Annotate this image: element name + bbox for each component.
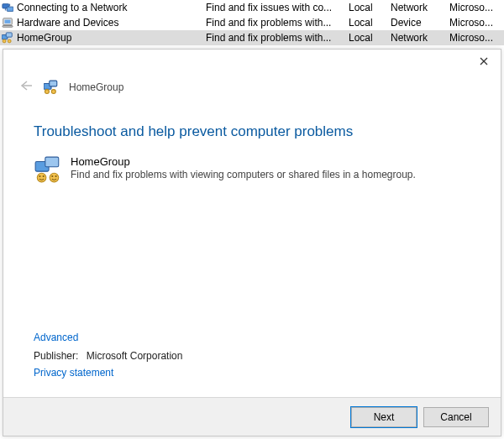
list-row-scope: Local: [349, 30, 391, 45]
troubleshooter-item: HomeGroup Find and fix problems with vie…: [34, 155, 470, 184]
back-arrow-icon[interactable]: [18, 80, 34, 95]
list-row-name: Hardware and Devices: [15, 15, 206, 30]
advanced-link[interactable]: Advanced: [34, 332, 182, 343]
breadcrumb-title: HomeGroup: [69, 81, 123, 93]
list-row-icon: [0, 32, 15, 44]
homegroup-large-icon: [34, 155, 62, 184]
list-row-name: Connecting to a Network: [15, 0, 206, 15]
list-row-icon: [0, 17, 15, 29]
list-row-name: HomeGroup: [15, 30, 206, 45]
troubleshooter-item-text: HomeGroup Find and fix problems with vie…: [71, 155, 416, 180]
list-row-publisher: Microso...: [449, 15, 500, 30]
privacy-statement-link[interactable]: Privacy statement: [34, 367, 182, 379]
troubleshooter-list: Connecting to a NetworkFind and fix issu…: [0, 0, 504, 45]
list-row-publisher: Microso...: [449, 30, 500, 45]
troubleshooter-item-desc: Find and fix problems with viewing compu…: [71, 169, 416, 180]
next-button[interactable]: Next: [351, 407, 417, 427]
list-row-publisher: Microso...: [449, 0, 500, 15]
page-heading: Troubleshoot and help prevent computer p…: [34, 123, 470, 140]
titlebar: [3, 50, 501, 76]
list-row-desc: Find and fix problems with...: [206, 30, 349, 45]
troubleshooter-item-title: HomeGroup: [71, 155, 416, 168]
breadcrumb: HomeGroup: [3, 76, 501, 100]
list-row-icon: [0, 2, 15, 13]
list-row[interactable]: Hardware and DevicesFind and fix problem…: [0, 15, 504, 30]
list-row-category: Network: [391, 0, 449, 15]
list-row-scope: Local: [349, 15, 391, 30]
homegroup-icon: [44, 80, 59, 95]
list-row-scope: Local: [349, 0, 391, 15]
list-row[interactable]: Connecting to a NetworkFind and fix issu…: [0, 0, 504, 15]
list-row-desc: Find and fix problems with...: [206, 15, 349, 30]
list-row[interactable]: HomeGroupFind and fix problems with...Lo…: [0, 30, 504, 45]
publisher-label: Publisher:: [34, 350, 78, 362]
cancel-button[interactable]: Cancel: [423, 407, 489, 427]
list-row-desc: Find and fix issues with co...: [206, 0, 349, 15]
publisher-line: Publisher: Microsoft Corporation: [34, 350, 182, 362]
close-icon: [480, 55, 488, 68]
dialog-footer: Next Cancel: [3, 397, 501, 436]
troubleshooter-dialog: HomeGroup Troubleshoot and help prevent …: [3, 49, 501, 436]
dialog-body: Troubleshoot and help prevent computer p…: [3, 100, 501, 397]
dialog-links: Advanced Publisher: Microsoft Corporatio…: [34, 332, 182, 385]
list-row-category: Network: [391, 30, 449, 45]
publisher-value: Microsoft Corporation: [87, 350, 183, 362]
close-button[interactable]: [467, 50, 501, 73]
list-row-category: Device: [391, 15, 449, 30]
